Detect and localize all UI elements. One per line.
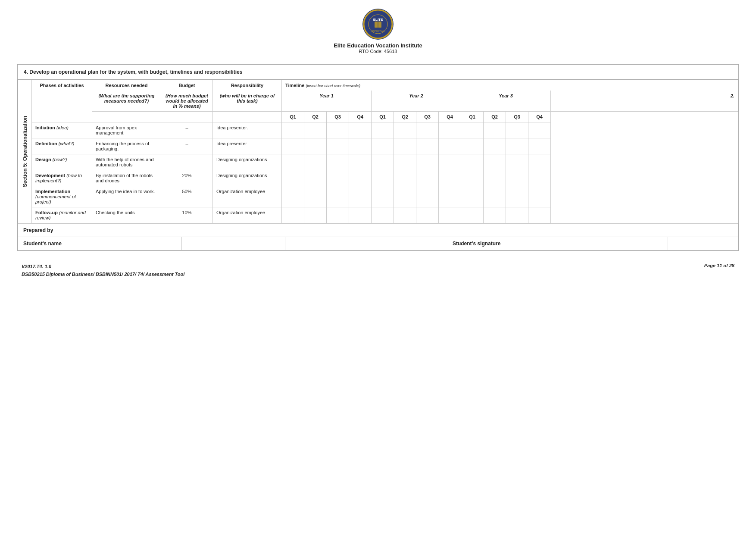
resp-implementation: Organization employee bbox=[213, 186, 282, 207]
q-cell bbox=[372, 138, 394, 154]
resources-definition: Enhancing the process of packaging. bbox=[92, 138, 161, 154]
q4-y1: Q4 bbox=[349, 112, 372, 122]
main-content: 4. Develop an operational plan for the s… bbox=[17, 64, 739, 251]
table-row: Follow-up (monitor and review) Checking … bbox=[32, 207, 738, 223]
q1-y3: Q1 bbox=[461, 112, 484, 122]
q-cell bbox=[416, 170, 439, 186]
phase-initiation: Initiation (idea) bbox=[32, 122, 92, 138]
q-cell bbox=[282, 154, 304, 170]
q-cell bbox=[304, 122, 327, 138]
q1-y1: Q1 bbox=[282, 112, 304, 122]
q-cell bbox=[304, 154, 327, 170]
q-cell bbox=[506, 138, 528, 154]
q-cell bbox=[506, 154, 528, 170]
budget-initiation: – bbox=[161, 122, 213, 138]
q-cell bbox=[506, 170, 528, 186]
q-cell bbox=[439, 122, 461, 138]
table-row: Definition (what?) Enhancing the process… bbox=[32, 138, 738, 154]
col-budget-sub: (How much budget would be allocated in %… bbox=[161, 91, 213, 112]
q-cell bbox=[349, 170, 372, 186]
q-cell bbox=[327, 186, 349, 207]
q-cell bbox=[282, 186, 304, 207]
col-budget-header: Budget bbox=[161, 80, 213, 91]
number-cell: 2. bbox=[551, 91, 738, 112]
q-cell bbox=[484, 122, 506, 138]
prepared-by-cell: Prepared by bbox=[18, 224, 738, 237]
svg-text:ELITE: ELITE bbox=[373, 18, 383, 22]
footer-page: Page 11 of 28 bbox=[704, 263, 734, 278]
students-signature-value bbox=[668, 237, 738, 250]
col-responsibility-header: Responsibility bbox=[213, 80, 282, 91]
phase-development: Development (how to implement?) bbox=[32, 170, 92, 186]
header-row-3: Q1 Q2 Q3 Q4 Q1 Q2 Q3 Q4 Q1 Q2 Q3 Q4 bbox=[32, 112, 738, 122]
q-cell bbox=[528, 122, 551, 138]
q-cell bbox=[506, 122, 528, 138]
resources-followup: Checking the units bbox=[92, 207, 161, 223]
q-cell bbox=[528, 207, 551, 223]
budget-design bbox=[161, 154, 213, 170]
q-cell bbox=[439, 154, 461, 170]
budget-followup: 10% bbox=[161, 207, 213, 223]
q-cell bbox=[416, 138, 439, 154]
resources-development: By installation of the robots and drones bbox=[92, 170, 161, 186]
col-budget-empty bbox=[161, 112, 213, 122]
q-cell bbox=[394, 207, 416, 223]
q-cell bbox=[416, 186, 439, 207]
q-cell bbox=[484, 138, 506, 154]
q-cell bbox=[304, 207, 327, 223]
table-row: Initiation (idea) Approval from apex man… bbox=[32, 122, 738, 138]
q-cell bbox=[416, 207, 439, 223]
header-row-1: Phases of activities Resources needed Bu… bbox=[32, 80, 738, 91]
q-cell bbox=[304, 170, 327, 186]
footer-version: V2017.T4. 1.0 bbox=[22, 263, 184, 271]
q-cell bbox=[327, 122, 349, 138]
page-header: ELITE SAPIENTIAM Elite Education Vocatio… bbox=[334, 9, 422, 54]
q-cell bbox=[416, 154, 439, 170]
resources-design: With the help of drones and automated ro… bbox=[92, 154, 161, 170]
year3-header: Year 3 bbox=[461, 91, 551, 112]
resources-implementation: Applying the idea in to work. bbox=[92, 186, 161, 207]
q-cell bbox=[282, 207, 304, 223]
q-cell bbox=[394, 186, 416, 207]
q-cell bbox=[484, 154, 506, 170]
q-cell bbox=[327, 207, 349, 223]
q-cell bbox=[528, 154, 551, 170]
bottom-tables: Prepared by Student's name Student's sig… bbox=[18, 223, 738, 250]
q-cell bbox=[461, 186, 484, 207]
footer-left: V2017.T4. 1.0 BSB50215 Diploma of Busine… bbox=[22, 263, 184, 278]
col-resources-header: Resources needed bbox=[92, 80, 161, 91]
timeline-header: Timeline (insert bar chart over timescal… bbox=[282, 80, 738, 91]
table-row: Development (how to implement?) By insta… bbox=[32, 170, 738, 186]
resp-design: Designing organizations bbox=[213, 154, 282, 170]
rto-code: RTO Code: 45618 bbox=[359, 49, 397, 54]
students-row: Student's name Student's signature bbox=[18, 237, 738, 250]
q3-y1: Q3 bbox=[327, 112, 349, 122]
q-cell bbox=[461, 122, 484, 138]
q-cell bbox=[394, 122, 416, 138]
resp-development: Designing organizations bbox=[213, 170, 282, 186]
q-cell bbox=[327, 170, 349, 186]
budget-development: 20% bbox=[161, 170, 213, 186]
q3-y2: Q3 bbox=[416, 112, 439, 122]
q-cell bbox=[349, 207, 372, 223]
q-cell bbox=[484, 170, 506, 186]
phase-design: Design (how?) bbox=[32, 154, 92, 170]
page: ELITE SAPIENTIAM Elite Education Vocatio… bbox=[0, 0, 756, 535]
budget-definition: – bbox=[161, 138, 213, 154]
q-cell bbox=[349, 186, 372, 207]
q-cell bbox=[528, 138, 551, 154]
students-name-label: Student's name bbox=[18, 237, 182, 250]
q-cell bbox=[528, 170, 551, 186]
q-cell bbox=[372, 170, 394, 186]
q-cell bbox=[349, 154, 372, 170]
year2-header: Year 2 bbox=[372, 91, 461, 112]
institute-name: Elite Education Vocation Institute bbox=[334, 42, 422, 49]
year1-header: Year 1 bbox=[282, 91, 372, 112]
logo: ELITE SAPIENTIAM bbox=[362, 9, 394, 40]
q-cell bbox=[461, 170, 484, 186]
q-cell bbox=[372, 186, 394, 207]
students-signature-label: Student's signature bbox=[285, 237, 668, 250]
q-cell bbox=[484, 207, 506, 223]
q-cell bbox=[349, 138, 372, 154]
q-cell bbox=[282, 170, 304, 186]
